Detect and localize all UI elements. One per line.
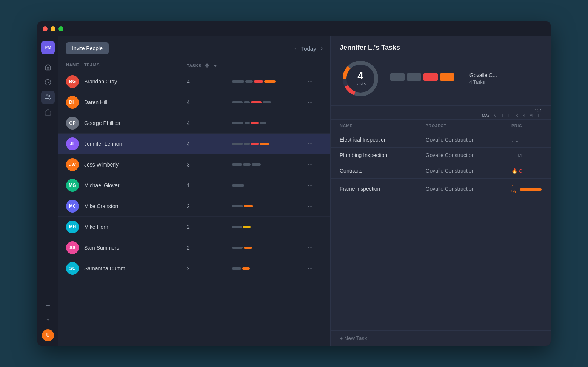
people-rows: BG Brandon Gray 4 ··· DH Daren Hill 4 ··… [58, 71, 330, 346]
col-header-name: NAME [66, 63, 84, 69]
list-header: Invite People ‹ Today › [58, 36, 330, 60]
filter-icon[interactable]: ▼ [212, 63, 218, 69]
person-task-count: 4 [187, 141, 232, 147]
timeline-days: MAY V T F S S M T [482, 114, 542, 118]
task-count-label: Tasks [355, 81, 366, 86]
timeline-month: MAY [482, 114, 490, 118]
person-avatar: JL [66, 137, 79, 150]
task-row[interactable]: Plumbing Inspection Govalle Construction… [331, 148, 551, 163]
person-name: Mike Horn [84, 224, 187, 230]
person-more-button[interactable]: ··· [308, 265, 323, 272]
person-task-bars [232, 101, 308, 103]
svg-point-1 [46, 95, 48, 97]
minimize-button[interactable] [51, 26, 55, 31]
timeline-day-t1: T [499, 114, 506, 118]
traffic-lights [43, 26, 63, 31]
col-header-teams: TEAMS [84, 63, 187, 69]
today-label: Today [301, 45, 316, 52]
project-info: Govalle C... 4 Tasks [469, 72, 497, 85]
person-row[interactable]: BG Brandon Gray 4 ··· [58, 71, 330, 92]
tasks-table: NAME PROJECT PRIC Electrical Inspection … [331, 120, 551, 330]
person-task-bars [232, 267, 308, 270]
next-arrow[interactable]: › [321, 45, 323, 52]
new-task-button[interactable]: + New Task [331, 330, 551, 346]
person-row[interactable]: SC Samantha Cumm... 2 ··· [58, 258, 330, 279]
sidebar-help-button[interactable]: ? [41, 314, 55, 328]
person-avatar: SC [66, 262, 79, 275]
person-row[interactable]: MG Michael Glover 1 ··· [58, 175, 330, 196]
prev-arrow[interactable]: ‹ [294, 45, 296, 52]
person-more-button[interactable]: ··· [308, 224, 323, 230]
task-row[interactable]: Contracts Govalle Construction 🔥 C [331, 163, 551, 179]
person-more-button[interactable]: ··· [308, 244, 323, 251]
task-priority: ↑ % [511, 183, 542, 194]
person-row[interactable]: SS Sam Summers 2 ··· [58, 237, 330, 258]
person-more-button[interactable]: ··· [308, 203, 323, 210]
timeline-week-label: 1'24 [534, 109, 542, 113]
person-name: Samantha Cumm... [84, 265, 187, 271]
task-name: Frame inspection [340, 186, 426, 192]
task-donut-chart: 4 Tasks [340, 58, 381, 99]
person-avatar: JW [66, 158, 79, 171]
person-name: Michael Glover [84, 182, 187, 188]
person-avatar: MH [66, 221, 79, 233]
panel-header: Jennifer L.'s Tasks [331, 36, 551, 106]
close-button[interactable] [43, 26, 48, 31]
timeline-day-s1: S [513, 114, 520, 118]
person-more-button[interactable]: ··· [308, 161, 323, 168]
person-row[interactable]: JL Jennifer Lennon 4 ··· [58, 134, 330, 154]
main-layout: PM + ? U Invite Peopl [37, 36, 551, 346]
tasks-rows: Electrical Inspection Govalle Constructi… [331, 132, 551, 199]
sidebar-item-home[interactable] [41, 60, 55, 74]
titlebar [37, 21, 551, 36]
people-list: Invite People ‹ Today › NAME TEAMS TASKS… [58, 36, 330, 346]
task-project: Govalle Construction [426, 152, 512, 158]
person-row[interactable]: DH Daren Hill 4 ··· [58, 92, 330, 113]
task-count-number: 4 [355, 71, 366, 81]
invite-people-button[interactable]: Invite People [66, 42, 109, 54]
person-row[interactable]: MH Mike Horn 2 ··· [58, 217, 330, 237]
filter-sliders-icon[interactable]: ⚙ [205, 63, 210, 69]
panel-stats: 4 Tasks [340, 58, 542, 99]
person-task-bars [232, 143, 308, 145]
person-name: Brandon Gray [84, 79, 187, 85]
person-task-count: 2 [187, 203, 232, 209]
person-row[interactable]: GP George Phillips 4 ··· [58, 113, 330, 134]
person-name: Sam Summers [84, 245, 187, 251]
sidebar-add-button[interactable]: + [41, 299, 55, 313]
person-more-button[interactable]: ··· [308, 78, 323, 85]
sidebar-item-projects[interactable] [41, 106, 55, 119]
user-avatar[interactable]: U [42, 329, 54, 341]
sidebar-item-people[interactable] [41, 91, 55, 104]
task-priority: — M [511, 153, 542, 158]
sidebar-item-recent[interactable] [41, 76, 55, 89]
person-name: George Phillips [84, 120, 187, 126]
person-avatar: BG [66, 75, 79, 88]
person-task-count: 3 [187, 162, 232, 168]
person-more-button[interactable]: ··· [308, 182, 323, 189]
content-area: Invite People ‹ Today › NAME TEAMS TASKS… [58, 36, 551, 346]
person-row[interactable]: MC Mike Cranston 2 ··· [58, 196, 330, 217]
app-logo: PM [41, 41, 55, 54]
person-task-bars [232, 205, 308, 207]
person-row[interactable]: JW Jess Wimberly 3 ··· [58, 154, 330, 175]
project-name: Govalle C... [469, 72, 497, 78]
task-name: Plumbing Inspection [340, 152, 426, 158]
person-task-bars [232, 226, 308, 228]
task-name: Contracts [340, 168, 426, 174]
timeline-header: 1'24 MAY V T F S S M T [331, 106, 551, 120]
person-more-button[interactable]: ··· [308, 140, 323, 147]
sidebar: PM + ? U [37, 36, 58, 346]
timeline-day-m: M [528, 114, 534, 118]
task-project: Govalle Construction [426, 186, 512, 192]
task-project: Govalle Construction [426, 168, 512, 174]
maximize-button[interactable] [58, 26, 63, 31]
person-name: Mike Cranston [84, 203, 187, 209]
timeline-day-f: F [506, 114, 513, 118]
person-more-button[interactable]: ··· [308, 120, 323, 126]
right-panel: Jennifer L.'s Tasks [330, 36, 551, 346]
task-row[interactable]: Frame inspection Govalle Construction ↑ … [331, 179, 551, 199]
person-task-bars [232, 80, 308, 83]
person-more-button[interactable]: ··· [308, 99, 323, 106]
task-row[interactable]: Electrical Inspection Govalle Constructi… [331, 132, 551, 148]
